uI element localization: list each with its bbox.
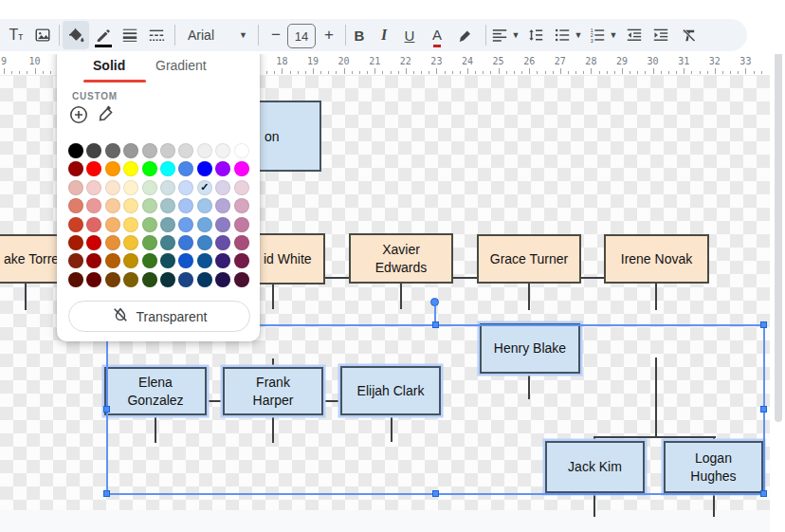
color-swatch-d9d9d9[interactable] (178, 143, 193, 158)
color-swatch-cc0000[interactable] (86, 235, 101, 250)
color-swatch-20124d[interactable] (215, 272, 230, 287)
color-swatch-6aa84f[interactable] (142, 235, 157, 250)
color-swatch-073763[interactable] (197, 272, 212, 287)
color-swatch-660000[interactable] (86, 272, 101, 287)
node-xavier-edwards[interactable]: Xavier Edwards (349, 233, 453, 284)
color-swatch-4a86e8[interactable] (178, 161, 193, 176)
color-swatch-274e13[interactable] (142, 272, 157, 287)
color-swatch-134f5c[interactable] (160, 253, 175, 268)
color-swatch-a61c00[interactable] (68, 235, 83, 250)
italic-button[interactable]: I (374, 21, 394, 49)
node-henry-blake[interactable]: Henry Blake (480, 323, 580, 374)
color-swatch-fff2cc[interactable] (123, 180, 138, 195)
color-swatch-76a5af[interactable] (160, 217, 175, 232)
color-swatch-dd7e6b[interactable] (68, 198, 83, 213)
font-family-select[interactable]: Arial ▼ (180, 21, 260, 49)
font-size-input[interactable]: 14 (287, 24, 316, 48)
underline-button[interactable]: U (399, 21, 420, 49)
transparent-button[interactable]: Transparent (68, 301, 250, 332)
numbered-list-button[interactable]: 123 ▼ (587, 21, 619, 49)
color-swatch-selected-cfe2f3[interactable]: ✓ (197, 180, 212, 195)
increase-font-size-button[interactable]: + (319, 21, 339, 49)
node-elena-gonzalez[interactable]: Elena Gonzalez (104, 367, 207, 415)
color-swatch-5b0f00[interactable] (68, 272, 83, 287)
color-swatch-b45f06[interactable] (105, 253, 120, 268)
color-swatch-666666[interactable] (105, 143, 120, 158)
color-swatch-b7b7b7[interactable] (142, 143, 157, 158)
color-swatch-f9cb9c[interactable] (105, 198, 120, 213)
text-style-button[interactable]: Tт (4, 21, 28, 49)
border-color-button[interactable] (91, 21, 116, 49)
color-swatch-38761d[interactable] (142, 253, 157, 268)
color-swatch-a4c2f4[interactable] (178, 198, 193, 213)
bold-button[interactable]: B (349, 21, 370, 49)
color-swatch-cccccc[interactable] (160, 143, 175, 158)
color-swatch-c9daf8[interactable] (178, 180, 193, 195)
tab-gradient[interactable]: Gradient (155, 58, 207, 73)
increase-indent-button[interactable] (648, 21, 673, 49)
decrease-font-size-button[interactable]: − (265, 21, 286, 49)
selection-handle-bottom-center[interactable] (432, 490, 439, 497)
node-grace-turner[interactable]: Grace Turner (477, 234, 581, 284)
color-swatch-ffff00[interactable] (123, 161, 138, 176)
color-swatch-fce5cd[interactable] (105, 180, 120, 195)
fill-color-button[interactable] (63, 21, 89, 49)
node-logan-hughes[interactable]: Logan Hughes (664, 441, 763, 493)
selection-handle-bottom-left[interactable] (103, 490, 110, 497)
color-swatch-00ff00[interactable] (142, 161, 157, 176)
color-swatch-ff0000[interactable] (86, 161, 101, 176)
node-jake-torres-partial[interactable]: ake Torre (0, 234, 59, 284)
color-swatch-351c75[interactable] (215, 253, 230, 268)
rotation-handle[interactable] (430, 298, 439, 306)
color-swatch-999999[interactable] (123, 143, 138, 158)
color-swatch-1155cc[interactable] (178, 253, 193, 268)
node-jack-kim[interactable]: Jack Kim (545, 441, 645, 493)
color-swatch-00ffff[interactable] (160, 161, 175, 176)
color-swatch-ffd966[interactable] (123, 217, 138, 232)
color-swatch-783f04[interactable] (105, 272, 120, 287)
color-swatch-434343[interactable] (86, 143, 101, 158)
color-swatch-ffe599[interactable] (123, 198, 138, 213)
color-swatch-ead1dc[interactable] (234, 180, 249, 195)
color-swatch-7f6000[interactable] (123, 272, 138, 287)
color-swatch-3d85c6[interactable] (197, 235, 212, 250)
color-swatch-0c343d[interactable] (160, 272, 175, 287)
color-swatch-3c78d8[interactable] (178, 235, 193, 250)
node-irene-novak[interactable]: Irene Novak (604, 234, 709, 284)
color-swatch-ff00ff[interactable] (234, 161, 249, 176)
selection-handle-bottom-right[interactable] (760, 490, 767, 497)
color-swatch-ea9999[interactable] (86, 198, 101, 213)
color-swatch-741b47[interactable] (234, 253, 249, 268)
color-swatch-e06666[interactable] (86, 217, 101, 232)
selection-handle-mid-right[interactable] (760, 406, 767, 413)
color-swatch-93c47d[interactable] (142, 217, 157, 232)
color-swatch-cc4125[interactable] (68, 217, 83, 232)
selection-handle-mid-left[interactable] (103, 406, 110, 413)
highlight-color-button[interactable] (453, 21, 478, 49)
decrease-indent-button[interactable] (622, 21, 647, 49)
color-swatch-674ea7[interactable] (215, 235, 230, 250)
bulleted-list-button[interactable]: ▼ (552, 21, 584, 49)
node-elijah-clark[interactable]: Elijah Clark (340, 366, 441, 415)
color-swatch-e6b8af[interactable] (68, 180, 83, 195)
color-swatch-b6d7a8[interactable] (142, 198, 157, 213)
color-swatch-85200c[interactable] (68, 253, 83, 268)
color-swatch-990000[interactable] (86, 253, 101, 268)
color-swatch-4c1130[interactable] (234, 272, 249, 287)
color-swatch-d5a6bd[interactable] (234, 198, 249, 213)
selection-handle-top-center[interactable] (432, 321, 439, 328)
color-swatch-a64d79[interactable] (234, 235, 249, 250)
eyedropper-icon[interactable] (96, 105, 115, 128)
color-swatch-e69138[interactable] (105, 235, 120, 250)
add-custom-color-icon[interactable] (69, 105, 88, 128)
color-swatch-9900ff[interactable] (215, 161, 230, 176)
color-swatch-000000[interactable] (68, 143, 83, 158)
color-swatch-f4cccc[interactable] (86, 180, 101, 195)
border-weight-button[interactable] (118, 21, 142, 49)
color-swatch-ffffff[interactable] (234, 143, 249, 158)
color-swatch-b4a7d6[interactable] (215, 198, 230, 213)
color-swatch-9fc5e8[interactable] (197, 198, 212, 213)
color-swatch-ff9900[interactable] (105, 161, 120, 176)
color-swatch-d9ead3[interactable] (142, 180, 157, 195)
color-swatch-c27ba0[interactable] (234, 217, 249, 232)
